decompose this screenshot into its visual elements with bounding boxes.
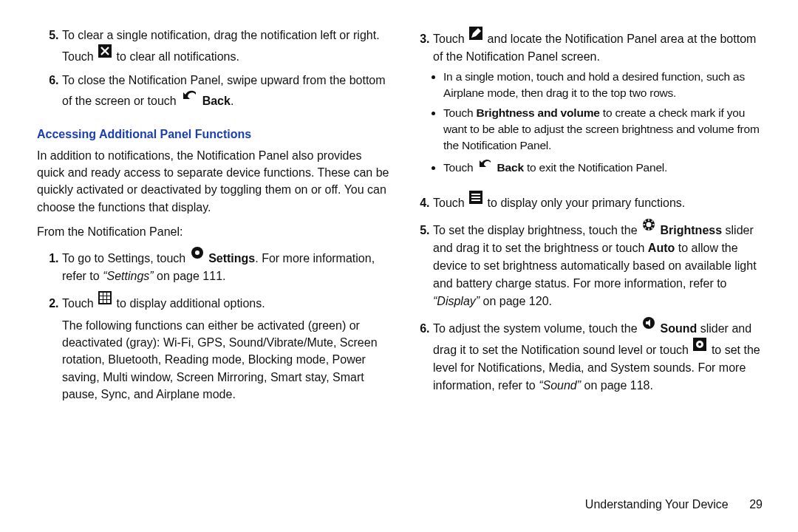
- svg-point-19: [647, 222, 652, 227]
- list-item: To close the Notification Panel, swipe u…: [62, 72, 390, 116]
- menu-lines-icon: [469, 191, 482, 209]
- intro-paragraph: In addition to notifications, the Notifi…: [37, 147, 390, 216]
- list-item: To adjust the system volume, touch the S…: [433, 316, 761, 400]
- subprocedure-list: To go to Settings, touch Settings. For m…: [37, 246, 390, 413]
- list-item: Touch to display additional options. The…: [62, 291, 390, 413]
- svg-rect-15: [471, 194, 480, 195]
- lead-in-text: From the Notification Panel:: [37, 223, 390, 240]
- list-item: Touch to display only your primary funct…: [433, 191, 761, 218]
- bullet-item: Touch Back to exit the Notification Pane…: [443, 157, 761, 180]
- svg-rect-11: [103, 300, 106, 303]
- pencil-icon: [469, 27, 482, 45]
- svg-rect-4: [100, 293, 103, 296]
- svg-rect-9: [107, 296, 110, 299]
- svg-rect-12: [107, 300, 110, 303]
- list-item: To go to Settings, touch Settings. For m…: [62, 246, 390, 291]
- grid-icon: [98, 291, 112, 310]
- continued-list-left: To clear a single notification, drag the…: [37, 27, 390, 116]
- svg-rect-10: [100, 300, 103, 303]
- continued-list-right: Touch and locate the Notification Panel …: [408, 27, 761, 400]
- back-arrow-icon: [181, 89, 197, 107]
- step5-text-b: to clear all notifications.: [117, 50, 239, 63]
- list-item: To clear a single notification, drag the…: [62, 27, 390, 72]
- page-footer: Understanding Your Device 29: [585, 498, 763, 511]
- close-x-icon: [98, 44, 112, 63]
- bullet-item: Touch Brightness and volume to create a …: [443, 105, 761, 157]
- list-item: To set the display brightness, touch the…: [433, 218, 761, 316]
- gear-icon: [191, 246, 204, 265]
- sub-bullets: In a single motion, touch and hold a des…: [433, 69, 761, 180]
- svg-rect-6: [107, 293, 110, 296]
- section-heading: Accessing Additional Panel Functions: [37, 128, 390, 141]
- sound-icon: [642, 316, 655, 335]
- brightness-icon: [642, 218, 655, 236]
- footer-page-number: 29: [749, 498, 763, 511]
- back-label: Back: [202, 95, 231, 107]
- svg-rect-8: [103, 296, 106, 299]
- svg-point-2: [195, 250, 200, 255]
- svg-rect-7: [100, 296, 103, 299]
- svg-point-31: [698, 343, 701, 346]
- right-column: Touch and locate the Notification Panel …: [399, 27, 770, 413]
- bullet-item: In a single motion, touch and hold a des…: [443, 69, 761, 105]
- back-arrow-icon: [477, 157, 492, 174]
- svg-rect-5: [103, 293, 106, 296]
- svg-rect-17: [471, 200, 480, 201]
- left-column: To clear a single notification, drag the…: [28, 27, 399, 413]
- list-item: Touch and locate the Notification Panel …: [433, 27, 761, 191]
- gear-icon: [693, 338, 706, 356]
- svg-rect-16: [471, 197, 480, 198]
- footer-section: Understanding Your Device: [585, 498, 729, 511]
- functions-paragraph: The following functions can either be ac…: [62, 317, 390, 403]
